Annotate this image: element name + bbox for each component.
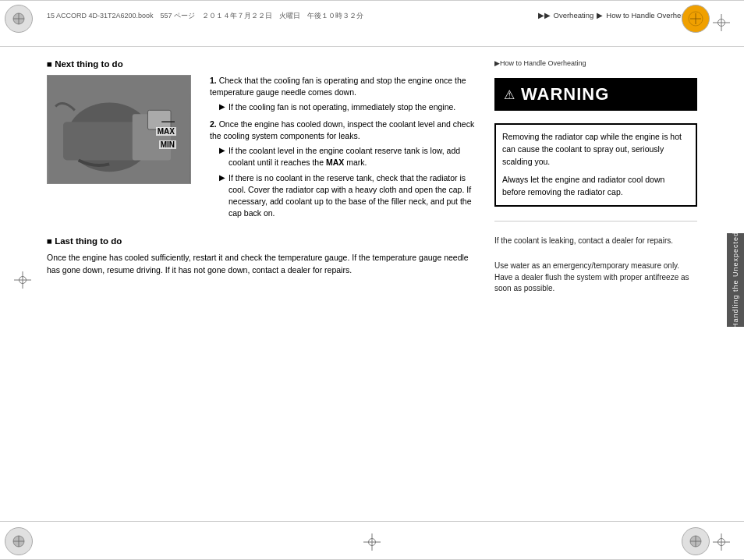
- step-2-num: 2.: [210, 119, 217, 129]
- breadcrumb: ▶How to Handle Overheating: [494, 59, 697, 67]
- header: 15 ACCORD 4D-31T2A6200.book 557 ページ ２０１４…: [0, 0, 744, 47]
- warning-title: WARNING: [521, 84, 609, 105]
- crosshair-tr: [713, 14, 730, 31]
- sub-arrow-3-icon: ▶: [219, 172, 225, 220]
- last-heading-text: ■ Last thing to do: [47, 236, 122, 246]
- corner-circle-br: [682, 527, 710, 555]
- step-1-text: Check that the cooling fan is operating …: [210, 76, 466, 97]
- next-heading-text: ■ Next thing to do: [47, 59, 123, 69]
- min-label: MIN: [159, 140, 176, 149]
- header-file-info: 15 ACCORD 4D-31T2A6200.book 557 ページ ２０１４…: [47, 11, 363, 21]
- nav-item1: Overheating: [554, 11, 594, 19]
- corner-circle-bl: [5, 527, 33, 555]
- divider: [494, 221, 697, 222]
- step-1-num: 1.: [210, 76, 217, 85]
- main-content: ■ Next thing to do Engine Coolant Reserv…: [47, 47, 697, 521]
- step-2-sub1: ▶ If the coolant level in the engine coo…: [219, 145, 479, 168]
- footer: 557: [0, 521, 744, 560]
- step-1: 1. Check that the cooling fan is operati…: [210, 75, 479, 114]
- warning-body: Removing the radiator cap while the engi…: [494, 123, 697, 207]
- step-2-sub2: ▶ If there is no coolant in the reserve …: [219, 172, 479, 220]
- side-tab-text: Handling the Unexpected: [732, 232, 739, 328]
- step-1-sub1: ▶ If the cooling fan is not operating, i…: [219, 101, 479, 113]
- warning-triangle-icon: ⚠: [504, 87, 515, 102]
- steps-container: 1. Check that the cooling fan is operati…: [210, 75, 479, 224]
- last-heading: ■ Last thing to do: [47, 236, 479, 246]
- svg-rect-11: [63, 122, 140, 160]
- coolant-image: Engine Coolant Reserve Tank: [47, 75, 191, 184]
- step-2: 2. Once the engine has cooled down, insp…: [210, 119, 479, 220]
- sub-arrow-2-icon: ▶: [219, 145, 225, 168]
- step-2-text: Once the engine has cooled down, inspect…: [210, 119, 474, 140]
- nav-prefix: ▶▶: [538, 11, 551, 19]
- step-1-sub1-text: If the cooling fan is not operating, imm…: [229, 101, 455, 113]
- corner-circle-tl: [5, 5, 33, 33]
- warning-para-1: Removing the radiator cap while the engi…: [502, 131, 689, 168]
- left-column: ■ Next thing to do Engine Coolant Reserv…: [47, 47, 479, 521]
- info-text-2: Use water as an emergency/temporary meas…: [494, 261, 697, 295]
- corner-circle-tr: [682, 5, 710, 33]
- crosshair-bottom-center: [363, 533, 381, 551]
- next-heading: ■ Next thing to do: [47, 59, 479, 69]
- header-nav: ▶▶ Overheating ▶ How to Handle Overheati…: [538, 11, 697, 19]
- side-tab: Handling the Unexpected: [727, 233, 744, 327]
- crosshair-mid-left: [14, 271, 31, 289]
- nav-sep: ▶: [597, 11, 603, 19]
- engine-graphic: MAX MIN: [48, 76, 190, 183]
- last-section: ■ Last thing to do Once the engine has c…: [47, 236, 479, 277]
- max-label: MAX: [156, 127, 176, 136]
- step-2-sub2-text: If there is no coolant in the reserve ta…: [229, 172, 479, 220]
- info-text-1: If the coolant is leaking, contact a dea…: [494, 236, 697, 247]
- warning-header: ⚠ WARNING: [494, 78, 697, 111]
- right-column: ▶How to Handle Overheating ⚠ WARNING Rem…: [494, 47, 697, 521]
- sub-arrow-icon: ▶: [219, 101, 225, 113]
- last-text: Once the engine has cooled sufficiently,…: [47, 252, 479, 277]
- warning-para-2: Always let the engine and radiator cool …: [502, 174, 689, 199]
- step-2-sub1-text: If the coolant level in the engine coola…: [229, 145, 479, 168]
- crosshair-br: [713, 533, 730, 551]
